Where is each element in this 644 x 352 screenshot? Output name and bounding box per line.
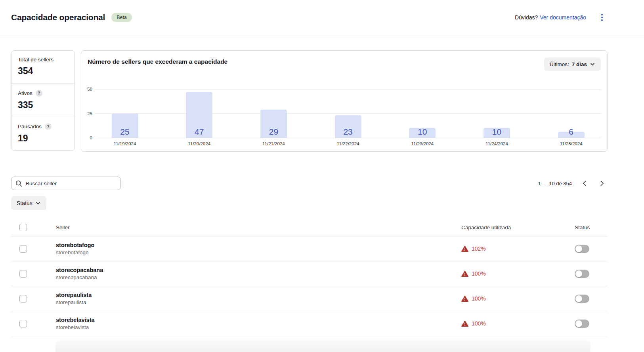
help-prefix-text: Dúvidas? [515, 14, 538, 21]
stat-value: 335 [18, 100, 68, 110]
stat-label: Pausados [18, 124, 42, 129]
bar-value-label: 6 [551, 127, 591, 137]
documentation-link[interactable]: Ver documentação [540, 14, 586, 21]
stat-card-paused: Pausados ? 19 [11, 117, 75, 150]
table-body: storebotafogo storebotafogo 102% storeco… [11, 236, 608, 336]
pagination-range: 1 — 10 de 354 [538, 181, 572, 186]
stat-card-active: Ativos ? 335 [11, 84, 75, 117]
help-icon[interactable]: ? [45, 123, 52, 130]
status-filter-label: Status [17, 200, 32, 206]
search-input[interactable] [26, 181, 117, 186]
chart-gridline [96, 89, 601, 89]
stat-value: 354 [18, 66, 68, 76]
seller-subtitle: storecopacabana [56, 274, 461, 280]
chart-gridline [96, 113, 601, 114]
x-axis-date-label: 11/22/2024 [324, 141, 372, 146]
row-checkbox[interactable] [19, 320, 27, 327]
table-header-row: Seller Capacidade utilizada Status [11, 219, 608, 236]
status-toggle[interactable] [575, 295, 589, 303]
stat-label: Ativos [18, 90, 32, 96]
stat-label: Total de sellers [18, 57, 54, 63]
status-filter-dropdown[interactable]: Status [11, 196, 46, 210]
chevron-right-icon [598, 180, 606, 187]
warning-icon [461, 295, 468, 302]
next-page-button[interactable] [596, 178, 608, 189]
warning-icon [461, 270, 468, 277]
bar-value-label: 47 [180, 127, 219, 137]
x-axis-date-label: 11/23/2024 [399, 141, 446, 146]
bar-value-label: 23 [328, 127, 368, 137]
bar-value-label: 29 [254, 127, 293, 137]
x-axis-date-label: 11/21/2024 [250, 141, 297, 146]
capacity-value: 100% [472, 270, 486, 277]
table-row: storecopacabana storecopacabana 100% [11, 261, 608, 286]
app-header: Capacidade operacional Beta Dúvidas? Ver… [0, 0, 644, 35]
beta-badge: Beta [111, 13, 132, 22]
seller-subtitle: storebotafogo [56, 249, 461, 255]
help-icon[interactable]: ? [36, 90, 42, 97]
table-row: storepaulista storepaulista 100% [11, 286, 608, 311]
y-axis-tick-label: 50 [82, 86, 92, 92]
chart-card: Número de sellers que excederam a capaci… [81, 50, 608, 152]
row-checkbox[interactable] [19, 270, 27, 278]
bar-value-label: 25 [105, 127, 145, 137]
x-axis-date-label: 11/25/2024 [547, 141, 595, 146]
column-header-status: Status [564, 225, 608, 230]
previous-page-button[interactable] [579, 178, 590, 189]
pagination: 1 — 10 de 354 [538, 177, 608, 190]
seller-name: storebotafogo [56, 242, 461, 248]
warning-icon [461, 245, 468, 252]
search-icon [15, 180, 22, 187]
seller-subtitle: storebelavista [56, 324, 461, 330]
row-checkbox[interactable] [19, 245, 27, 253]
seller-name: storecopacabana [56, 267, 461, 273]
x-axis-date-label: 11/20/2024 [176, 141, 223, 146]
page-title: Capacidade operacional [11, 13, 105, 22]
stat-card-total: Total de sellers 354 [11, 51, 75, 84]
capacity-value: 102% [472, 245, 486, 252]
seller-name: storepaulista [56, 292, 461, 298]
capacity-value: 100% [472, 320, 486, 327]
y-axis-tick-label: 25 [82, 111, 92, 116]
select-all-checkbox[interactable] [19, 224, 27, 231]
status-toggle[interactable] [575, 320, 589, 328]
table-row: storebelavista storebelavista 100% [11, 311, 608, 336]
bar-chart: 025502511/19/20244711/20/20242911/21/202… [81, 51, 607, 151]
header-actions: Dúvidas? Ver documentação [515, 12, 606, 23]
kebab-menu-icon[interactable] [598, 12, 606, 23]
search-box [11, 177, 121, 190]
column-header-seller: Seller [45, 225, 461, 230]
chevron-down-icon [35, 200, 41, 206]
seller-name: storebelavista [56, 317, 461, 323]
column-header-capacity: Capacidade utilizada [461, 225, 564, 230]
table-row: storebotafogo storebotafogo 102% [11, 236, 608, 261]
row-checkbox[interactable] [19, 295, 27, 303]
status-toggle[interactable] [575, 270, 589, 278]
bar-value-label: 10 [477, 127, 517, 137]
y-axis-tick-label: 0 [82, 135, 92, 141]
x-axis-date-label: 11/24/2024 [473, 141, 521, 146]
seller-table: Seller Capacidade utilizada Status store… [11, 219, 608, 336]
bar-value-label: 10 [403, 127, 442, 137]
stats-panel: Total de sellers 354 Ativos ? 335 Pausad… [11, 50, 75, 151]
chevron-left-icon [581, 180, 588, 187]
seller-subtitle: storepaulista [56, 299, 461, 305]
stat-value: 19 [18, 133, 68, 144]
capacity-value: 100% [472, 295, 486, 302]
warning-icon [461, 320, 468, 327]
bottom-bar-peek [55, 340, 590, 352]
x-axis-date-label: 11/19/2024 [101, 141, 149, 146]
status-toggle[interactable] [575, 245, 589, 253]
